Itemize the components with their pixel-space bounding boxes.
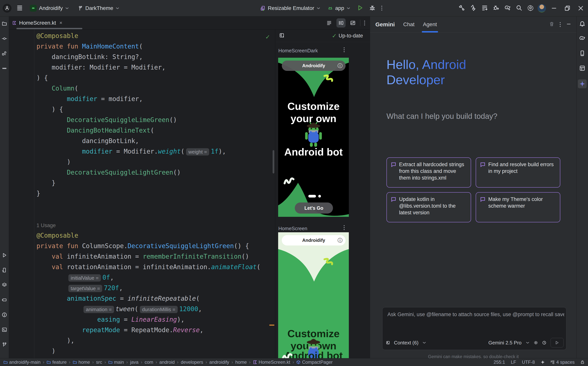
device-manager-tool-icon[interactable]: [0, 266, 8, 274]
debug-button[interactable]: [368, 3, 377, 13]
device-selector[interactable]: Resizable Emulator: [258, 4, 322, 13]
vcs-tool-icon[interactable]: [0, 341, 8, 348]
context-selector[interactable]: Context (6): [394, 340, 419, 346]
prompt-settings-gear-icon[interactable]: [534, 341, 538, 345]
device-explorer-icon[interactable]: [578, 49, 587, 58]
split-view-button[interactable]: [336, 18, 346, 28]
breadcrumb-item[interactable]: android: [159, 359, 175, 365]
preview-section-kebab[interactable]: [343, 224, 346, 231]
terminal-tool-icon[interactable]: [0, 326, 8, 334]
build-button[interactable]: [457, 3, 466, 13]
editor-scrollbar[interactable]: [273, 150, 274, 174]
caret-position[interactable]: 255:1: [494, 359, 505, 365]
preview-layout-icon[interactable]: [279, 33, 284, 39]
notifications-bell-icon[interactable]: [578, 19, 587, 28]
gemini-panel: Gemini Chat Agent Hello, Android Develop…: [370, 16, 577, 358]
suggestion-card[interactable]: Find and resolve build errors in my proj…: [476, 157, 560, 188]
app-title-pill[interactable]: Androidify ⓘ: [282, 61, 346, 71]
breadcrumb-item[interactable]: com: [145, 359, 153, 365]
run-configuration-selector[interactable]: app: [326, 4, 352, 13]
vcs-branch-selector[interactable]: DarkTheme: [76, 4, 121, 13]
breadcrumb-item[interactable]: home: [235, 359, 247, 365]
tab-close-icon[interactable]: ×: [59, 20, 63, 26]
preview-section-name[interactable]: HomeScreenDark: [278, 48, 318, 54]
layout-inspector-icon[interactable]: [578, 64, 587, 73]
suggestion-card[interactable]: Extract all hardcoded strings from this …: [386, 157, 471, 188]
info-icon[interactable]: ⓘ: [337, 62, 343, 69]
chat-bubble-icon: [480, 162, 486, 168]
history-clock-icon[interactable]: [542, 341, 546, 345]
breadcrumb-item[interactable]: home: [73, 359, 90, 365]
run-options-kebab[interactable]: [380, 5, 383, 12]
model-selector[interactable]: Gemini 2.5 Pro: [489, 340, 521, 346]
clear-chat-trash-icon[interactable]: [549, 21, 554, 28]
gradle-sync-button[interactable]: [503, 3, 512, 13]
indent-setting[interactable]: 4 spaces: [550, 359, 575, 365]
preview-section-name[interactable]: HomeScreen: [278, 226, 307, 231]
more-tool-windows-icon[interactable]: [0, 65, 8, 72]
spark-status-icon[interactable]: [541, 360, 545, 364]
gemini-prompt-box[interactable]: Ask Gemini, use @filename to attach sour…: [382, 307, 566, 350]
tab-agent[interactable]: Agent: [423, 16, 437, 32]
breadcrumb-item[interactable]: androidify-main: [3, 359, 40, 365]
editor-options-kebab[interactable]: [363, 19, 366, 27]
inspections-ok-icon[interactable]: ✓: [265, 34, 270, 40]
run-tool-icon[interactable]: [0, 252, 8, 259]
breadcrumb-item[interactable]: main: [108, 359, 124, 365]
settings-button[interactable]: [526, 3, 535, 13]
tab-homescreen-kt[interactable]: HomeScreen.kt ×: [9, 16, 67, 29]
running-devices-tool-icon[interactable]: [0, 296, 8, 304]
close-window-button[interactable]: [575, 3, 586, 14]
gemini-options-kebab[interactable]: [558, 21, 562, 28]
code-content[interactable]: @Composableprivate fun MainHomeContent( …: [37, 30, 260, 356]
gradle-tool-icon[interactable]: [578, 34, 587, 43]
tab-chat[interactable]: Chat: [403, 16, 414, 32]
breadcrumb-item[interactable]: developers: [181, 359, 203, 365]
main-menu-button[interactable]: [16, 5, 23, 12]
project-tool-icon[interactable]: [0, 20, 8, 28]
breadcrumb-item[interactable]: feature: [47, 359, 67, 365]
readonly-lock-icon[interactable]: [580, 360, 585, 364]
gemini-spark-icon[interactable]: [578, 79, 587, 88]
hide-panel-icon[interactable]: [566, 21, 571, 28]
project-selector[interactable]: Androidify: [28, 3, 71, 13]
suggestion-card[interactable]: Update kotlin in @libs.version.toml to t…: [386, 192, 471, 222]
breadcrumb-separator: ›: [292, 359, 294, 365]
tab-scrollbar[interactable]: [16, 28, 82, 29]
line-ending[interactable]: LF: [511, 359, 516, 365]
info-icon[interactable]: ⓘ: [337, 237, 343, 244]
sync-translations-button[interactable]: [469, 3, 478, 13]
run-button[interactable]: [356, 3, 365, 13]
search-everywhere-button[interactable]: [515, 3, 523, 13]
preview-section-kebab[interactable]: [343, 46, 346, 53]
chat-bubble-icon: [391, 162, 396, 168]
code-editor[interactable]: @Composableprivate fun MainHomeContent( …: [9, 30, 275, 358]
minimize-window-button[interactable]: [549, 3, 559, 14]
structure-tool-icon[interactable]: [0, 50, 8, 57]
preview-homescreendark[interactable]: Androidify ⓘ Customize your own Android …: [278, 58, 349, 217]
packages-tool-icon[interactable]: [0, 281, 8, 289]
code-view-button[interactable]: [325, 18, 334, 28]
user-avatar[interactable]: [538, 4, 546, 12]
breadcrumb-item[interactable]: CompactPager: [296, 359, 333, 365]
lets-go-button[interactable]: Let's Go: [295, 202, 333, 214]
app-title-pill[interactable]: Androidify ⓘ: [282, 235, 346, 245]
preview-view-button[interactable]: [348, 18, 357, 28]
breadcrumb-item[interactable]: java: [130, 359, 138, 365]
breadcrumb-item[interactable]: HomeScreen.kt: [253, 359, 290, 365]
problems-tool-icon[interactable]: [0, 311, 8, 319]
breadcrumb-item[interactable]: androidify: [209, 359, 229, 365]
attach-debugger-button[interactable]: [492, 3, 501, 13]
file-encoding[interactable]: UTF-8: [522, 359, 535, 365]
restore-window-button[interactable]: [562, 3, 573, 14]
preview-homescreen[interactable]: Androidify ⓘ Customize your own Android …: [278, 232, 349, 358]
indent-icon: [550, 360, 555, 364]
code-inspection-button[interactable]: [480, 3, 489, 13]
title-bar: Androidify DarkTheme Resizable Emulator …: [0, 0, 588, 16]
project-name: Androidify: [39, 5, 63, 11]
send-button[interactable]: [550, 338, 564, 347]
breadcrumb-item[interactable]: src: [96, 359, 102, 365]
suggestion-card[interactable]: Make my Theme's color scheme warmer: [476, 192, 560, 222]
run-config-name: app: [335, 5, 344, 11]
commit-tool-icon[interactable]: [0, 35, 8, 42]
